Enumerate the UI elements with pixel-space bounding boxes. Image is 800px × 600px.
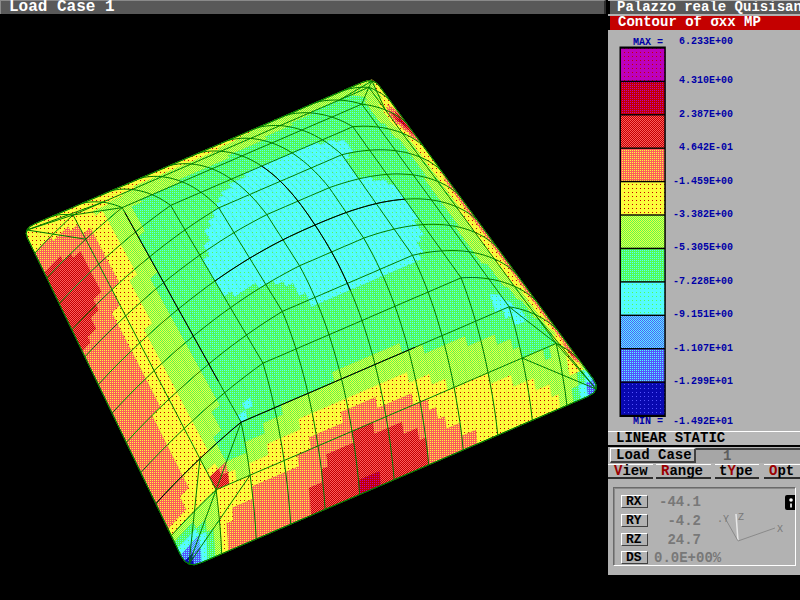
svg-text:Z: Z xyxy=(738,512,744,523)
svg-text:X: X xyxy=(777,524,783,535)
svg-text:.Y: .Y xyxy=(717,514,729,525)
